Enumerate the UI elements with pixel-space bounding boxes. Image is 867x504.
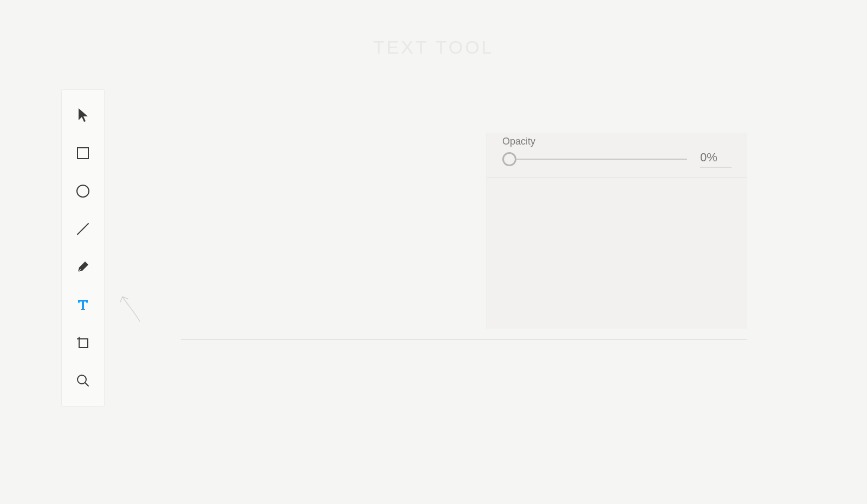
rectangle-icon [76, 147, 89, 160]
opacity-slider[interactable] [502, 151, 687, 167]
text-icon [76, 298, 89, 311]
pen-icon [76, 260, 90, 274]
text-tool[interactable] [61, 286, 105, 324]
svg-line-2 [77, 224, 88, 234]
canvas-baseline [181, 339, 747, 340]
slider-track [510, 159, 687, 160]
line-tool[interactable] [61, 210, 105, 248]
panel-empty-area [487, 178, 747, 329]
svg-rect-4 [79, 339, 88, 348]
zoom-tool[interactable] [61, 362, 105, 400]
toolbar [61, 89, 105, 407]
opacity-label: Opacity [502, 136, 732, 147]
slider-thumb[interactable] [502, 152, 516, 166]
opacity-section: Opacity 0% [487, 133, 747, 178]
opacity-value[interactable]: 0% [700, 150, 732, 168]
cursor-icon [77, 108, 89, 123]
pen-tool[interactable] [61, 248, 105, 286]
rectangle-tool[interactable] [61, 134, 105, 172]
page-title: TEXT TOOL [0, 37, 867, 58]
ellipse-icon [76, 184, 90, 198]
svg-point-1 [77, 185, 89, 197]
artboard-icon [76, 336, 90, 350]
properties-panel: Opacity 0% [487, 133, 747, 329]
zoom-icon [76, 374, 90, 388]
select-tool[interactable] [61, 96, 105, 134]
callout-arrow [118, 290, 145, 323]
line-icon [76, 222, 90, 236]
svg-line-8 [85, 383, 88, 386]
svg-rect-0 [77, 148, 88, 159]
artboard-tool[interactable] [61, 324, 105, 362]
ellipse-tool[interactable] [61, 172, 105, 210]
